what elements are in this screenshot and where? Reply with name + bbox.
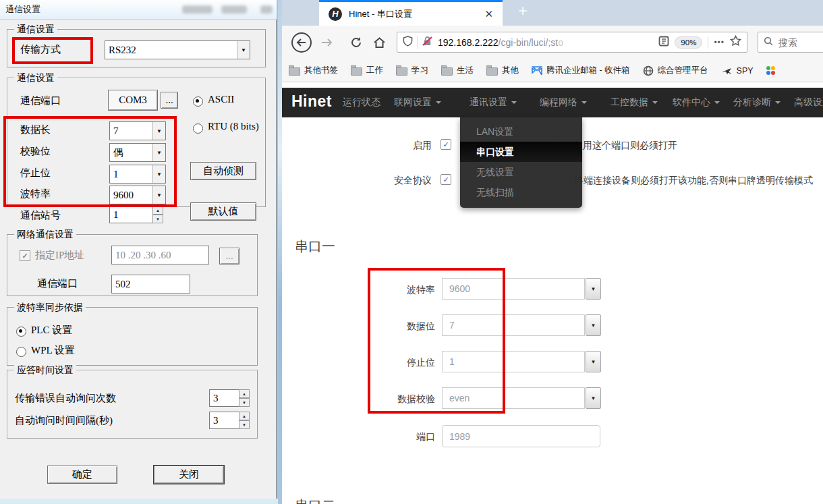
spinner-up-icon[interactable]: ▲ <box>152 206 163 215</box>
firefox-tab-bar: H Hinet - 串口设置 ✕ + <box>282 0 823 26</box>
plc-radio[interactable] <box>16 327 26 337</box>
dropdown-arrow-icon[interactable]: ▼ <box>152 165 165 183</box>
folder-icon <box>396 67 407 76</box>
data-length-value: 7 <box>110 125 152 137</box>
bookmark-folder[interactable]: 工作 <box>351 65 383 76</box>
interval-spinner[interactable]: ▲ ▼ <box>239 412 250 429</box>
nav-software-center[interactable]: 软件中心 <box>673 96 720 109</box>
browser-tab[interactable]: H Hinet - 串口设置 ✕ <box>319 0 503 26</box>
search-box[interactable] <box>758 32 823 53</box>
serial2-heading: 串口二 <box>295 497 335 504</box>
nav-comm-settings[interactable]: 通讯设置 <box>470 96 517 109</box>
hinet-brand[interactable]: Hinet <box>291 92 332 111</box>
com-port-button[interactable]: COM3 <box>108 90 158 111</box>
stopbits-dropdown-button[interactable]: ▼ <box>586 351 601 372</box>
reader-mode-icon[interactable] <box>658 36 669 49</box>
baud-rate-select[interactable]: 9600 ▼ <box>109 186 166 204</box>
ascii-label: ASCII <box>208 94 234 105</box>
new-tab-button[interactable]: + <box>511 1 534 20</box>
insecure-lock-icon[interactable] <box>417 36 432 49</box>
search-icon <box>764 36 773 49</box>
default-button[interactable]: 默认值 <box>190 202 256 221</box>
bookmark-portal[interactable]: 综合管理平台 <box>643 65 708 76</box>
security-checkbox[interactable]: ✓ <box>441 174 451 185</box>
back-button[interactable] <box>290 26 313 59</box>
ascii-radio[interactable] <box>193 96 203 107</box>
nav-run-status[interactable]: 运行状态 <box>343 96 380 109</box>
close-button[interactable]: 关闭 <box>154 466 224 484</box>
bookmark-folder[interactable]: 生活 <box>441 65 474 76</box>
home-button[interactable] <box>370 26 389 59</box>
bookmark-spy[interactable]: SPY <box>721 66 754 76</box>
parity-check-input[interactable]: even <box>442 387 585 409</box>
url-bar[interactable]: 192.168.2.222/cgi-bin/luci/;sto 90% ••• <box>397 32 747 53</box>
nav-label: 工控数据 <box>611 96 648 107</box>
reload-button[interactable] <box>347 26 366 59</box>
check-icon: ✓ <box>443 175 449 184</box>
dropdown-arrow-icon[interactable]: ▼ <box>152 144 165 161</box>
folder-icon <box>289 67 300 76</box>
bookmark-star-icon[interactable] <box>730 35 741 49</box>
ip-checkbox[interactable]: ✓ <box>20 250 30 261</box>
data-length-select[interactable]: 7 ▼ <box>109 121 166 140</box>
bookmark-folder[interactable]: 其他书签 <box>289 65 338 76</box>
menu-item-wireless[interactable]: 无线设置 <box>460 162 582 182</box>
tracking-shield-icon[interactable] <box>403 36 413 49</box>
databits-dropdown-button[interactable]: ▼ <box>586 314 601 336</box>
station-spinner[interactable]: ▲ ▼ <box>152 206 163 223</box>
com-port-value: COM3 <box>119 94 147 106</box>
databits-input[interactable]: 7 <box>442 314 585 336</box>
baud-input[interactable]: 9600 <box>442 278 585 300</box>
menu-item-serial[interactable]: 串口设置 <box>460 142 582 162</box>
autodetect-button[interactable]: 自动侦测 <box>190 162 256 180</box>
dropdown-arrow-icon[interactable]: ▼ <box>152 122 165 140</box>
menu-item-lan[interactable]: LAN设置 <box>460 121 582 142</box>
nav-advanced-settings[interactable]: 高级设置 <box>794 96 823 109</box>
menu-item-wireless-scan[interactable]: 无线扫描 <box>460 182 582 202</box>
stop-bits-select[interactable]: 1 ▼ <box>109 165 166 184</box>
zoom-level-button[interactable]: 90% <box>675 36 702 49</box>
interval-input[interactable]: 3 <box>209 412 242 429</box>
dropdown-arrow-icon[interactable]: ▼ <box>152 186 165 204</box>
baud-dropdown-button[interactable]: ▼ <box>586 278 601 300</box>
transfer-mode-select[interactable]: RS232 ▼ <box>105 40 250 59</box>
dropdown-arrow-icon[interactable]: ▼ <box>237 41 250 59</box>
nav-network-settings[interactable]: 联网设置 <box>394 96 441 109</box>
retry-input[interactable]: 3 <box>209 389 242 407</box>
station-input[interactable]: 1 <box>109 206 156 223</box>
forward-button[interactable] <box>317 26 336 59</box>
tab-close-icon[interactable]: ✕ <box>475 8 503 20</box>
spinner-down-icon[interactable]: ▼ <box>239 398 250 407</box>
spinner-up-icon[interactable]: ▲ <box>239 389 250 398</box>
page-actions-icon[interactable]: ••• <box>714 38 725 47</box>
stopbits-input[interactable]: 1 <box>442 351 585 372</box>
colorful-bookmark-icon[interactable] <box>766 66 775 75</box>
dialog-titlebar[interactable]: 通信设置 <box>0 0 277 20</box>
url-host: 192.168.2.222 <box>438 37 499 48</box>
bookmark-mail[interactable]: 腾讯企业邮箱 - 收件箱 <box>532 65 630 76</box>
caret-down-icon <box>436 101 441 104</box>
nav-industrial-data[interactable]: 工控数据 <box>611 96 658 109</box>
spinner-up-icon[interactable]: ▲ <box>239 412 250 420</box>
ip-input[interactable]: 10 .20 .30 .60 <box>111 246 209 264</box>
ip-browse-button[interactable]: ... <box>219 248 239 264</box>
bookmark-label: SPY <box>737 66 754 76</box>
ok-button[interactable]: 确定 <box>47 466 117 484</box>
spinner-down-icon[interactable]: ▼ <box>239 420 250 429</box>
bookmark-folder[interactable]: 其他 <box>486 65 519 76</box>
web-port-input[interactable]: 1989 <box>442 425 600 447</box>
com-port-browse-button[interactable]: ... <box>161 92 178 109</box>
nav-label: 高级设置 <box>794 96 823 107</box>
parity-dropdown-button[interactable]: ▼ <box>586 387 601 409</box>
parity-select[interactable]: 偶 ▼ <box>109 143 166 162</box>
nav-analysis-diagnosis[interactable]: 分析诊断 <box>733 96 781 109</box>
bookmark-folder[interactable]: 学习 <box>396 65 428 76</box>
retry-spinner[interactable]: ▲ ▼ <box>239 389 250 407</box>
search-input[interactable] <box>777 36 820 49</box>
nav-programming-network[interactable]: 编程网络 <box>540 96 587 109</box>
rtu-radio[interactable] <box>193 123 203 134</box>
net-port-input[interactable]: 502 <box>111 275 190 293</box>
wpl-radio[interactable] <box>16 347 26 357</box>
spinner-down-icon[interactable]: ▼ <box>152 215 163 223</box>
enable-checkbox[interactable]: ✓ <box>441 139 451 150</box>
